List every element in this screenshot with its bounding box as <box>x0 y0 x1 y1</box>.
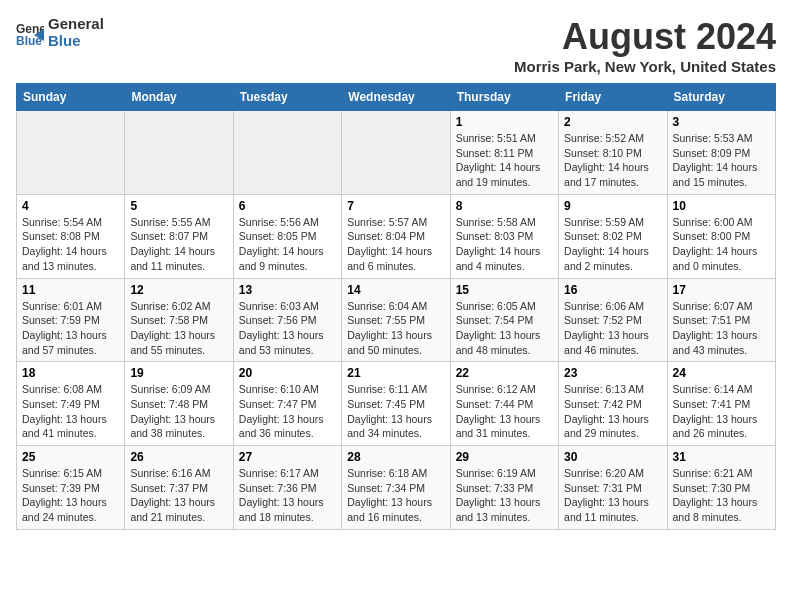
day-number: 3 <box>673 115 770 129</box>
day-number: 6 <box>239 199 336 213</box>
day-header-sunday: Sunday <box>17 84 125 111</box>
day-info: Sunrise: 5:54 AM Sunset: 8:08 PM Dayligh… <box>22 215 119 274</box>
day-number: 16 <box>564 283 661 297</box>
calendar-cell: 15Sunrise: 6:05 AM Sunset: 7:54 PM Dayli… <box>450 278 558 362</box>
calendar-cell: 7Sunrise: 5:57 AM Sunset: 8:04 PM Daylig… <box>342 194 450 278</box>
day-info: Sunrise: 6:03 AM Sunset: 7:56 PM Dayligh… <box>239 299 336 358</box>
day-number: 1 <box>456 115 553 129</box>
day-number: 25 <box>22 450 119 464</box>
day-number: 12 <box>130 283 227 297</box>
day-info: Sunrise: 6:16 AM Sunset: 7:37 PM Dayligh… <box>130 466 227 525</box>
logo: General Blue General Blue <box>16 16 104 49</box>
day-info: Sunrise: 5:52 AM Sunset: 8:10 PM Dayligh… <box>564 131 661 190</box>
calendar-cell: 20Sunrise: 6:10 AM Sunset: 7:47 PM Dayli… <box>233 362 341 446</box>
day-number: 19 <box>130 366 227 380</box>
day-info: Sunrise: 6:06 AM Sunset: 7:52 PM Dayligh… <box>564 299 661 358</box>
day-number: 29 <box>456 450 553 464</box>
calendar-cell: 19Sunrise: 6:09 AM Sunset: 7:48 PM Dayli… <box>125 362 233 446</box>
calendar-cell: 31Sunrise: 6:21 AM Sunset: 7:30 PM Dayli… <box>667 446 775 530</box>
calendar-cell: 26Sunrise: 6:16 AM Sunset: 7:37 PM Dayli… <box>125 446 233 530</box>
location: Morris Park, New York, United States <box>514 58 776 75</box>
day-number: 18 <box>22 366 119 380</box>
calendar-table: SundayMondayTuesdayWednesdayThursdayFrid… <box>16 83 776 530</box>
day-info: Sunrise: 6:14 AM Sunset: 7:41 PM Dayligh… <box>673 382 770 441</box>
week-row-5: 25Sunrise: 6:15 AM Sunset: 7:39 PM Dayli… <box>17 446 776 530</box>
day-number: 23 <box>564 366 661 380</box>
day-info: Sunrise: 5:53 AM Sunset: 8:09 PM Dayligh… <box>673 131 770 190</box>
day-number: 7 <box>347 199 444 213</box>
calendar-cell <box>233 111 341 195</box>
svg-text:Blue: Blue <box>16 34 42 47</box>
calendar-cell: 29Sunrise: 6:19 AM Sunset: 7:33 PM Dayli… <box>450 446 558 530</box>
day-info: Sunrise: 6:15 AM Sunset: 7:39 PM Dayligh… <box>22 466 119 525</box>
day-number: 27 <box>239 450 336 464</box>
week-row-1: 1Sunrise: 5:51 AM Sunset: 8:11 PM Daylig… <box>17 111 776 195</box>
calendar-cell: 18Sunrise: 6:08 AM Sunset: 7:49 PM Dayli… <box>17 362 125 446</box>
calendar-cell: 28Sunrise: 6:18 AM Sunset: 7:34 PM Dayli… <box>342 446 450 530</box>
day-info: Sunrise: 5:56 AM Sunset: 8:05 PM Dayligh… <box>239 215 336 274</box>
day-header-thursday: Thursday <box>450 84 558 111</box>
day-header-tuesday: Tuesday <box>233 84 341 111</box>
week-row-3: 11Sunrise: 6:01 AM Sunset: 7:59 PM Dayli… <box>17 278 776 362</box>
day-info: Sunrise: 6:04 AM Sunset: 7:55 PM Dayligh… <box>347 299 444 358</box>
calendar-cell: 30Sunrise: 6:20 AM Sunset: 7:31 PM Dayli… <box>559 446 667 530</box>
calendar-cell: 1Sunrise: 5:51 AM Sunset: 8:11 PM Daylig… <box>450 111 558 195</box>
calendar-cell: 5Sunrise: 5:55 AM Sunset: 8:07 PM Daylig… <box>125 194 233 278</box>
day-number: 28 <box>347 450 444 464</box>
day-number: 17 <box>673 283 770 297</box>
day-info: Sunrise: 6:08 AM Sunset: 7:49 PM Dayligh… <box>22 382 119 441</box>
calendar-cell: 13Sunrise: 6:03 AM Sunset: 7:56 PM Dayli… <box>233 278 341 362</box>
day-info: Sunrise: 6:02 AM Sunset: 7:58 PM Dayligh… <box>130 299 227 358</box>
calendar-cell: 21Sunrise: 6:11 AM Sunset: 7:45 PM Dayli… <box>342 362 450 446</box>
day-info: Sunrise: 5:51 AM Sunset: 8:11 PM Dayligh… <box>456 131 553 190</box>
day-info: Sunrise: 5:58 AM Sunset: 8:03 PM Dayligh… <box>456 215 553 274</box>
day-number: 22 <box>456 366 553 380</box>
day-number: 9 <box>564 199 661 213</box>
calendar-cell: 14Sunrise: 6:04 AM Sunset: 7:55 PM Dayli… <box>342 278 450 362</box>
day-number: 13 <box>239 283 336 297</box>
day-info: Sunrise: 5:55 AM Sunset: 8:07 PM Dayligh… <box>130 215 227 274</box>
calendar-cell <box>125 111 233 195</box>
day-header-wednesday: Wednesday <box>342 84 450 111</box>
day-number: 11 <box>22 283 119 297</box>
calendar-cell: 2Sunrise: 5:52 AM Sunset: 8:10 PM Daylig… <box>559 111 667 195</box>
day-info: Sunrise: 6:18 AM Sunset: 7:34 PM Dayligh… <box>347 466 444 525</box>
day-info: Sunrise: 6:20 AM Sunset: 7:31 PM Dayligh… <box>564 466 661 525</box>
day-info: Sunrise: 5:59 AM Sunset: 8:02 PM Dayligh… <box>564 215 661 274</box>
calendar-cell: 10Sunrise: 6:00 AM Sunset: 8:00 PM Dayli… <box>667 194 775 278</box>
day-info: Sunrise: 6:01 AM Sunset: 7:59 PM Dayligh… <box>22 299 119 358</box>
page-header: General Blue General Blue August 2024 Mo… <box>16 16 776 75</box>
day-header-monday: Monday <box>125 84 233 111</box>
day-info: Sunrise: 6:12 AM Sunset: 7:44 PM Dayligh… <box>456 382 553 441</box>
calendar-cell: 25Sunrise: 6:15 AM Sunset: 7:39 PM Dayli… <box>17 446 125 530</box>
title-block: August 2024 Morris Park, New York, Unite… <box>514 16 776 75</box>
day-number: 21 <box>347 366 444 380</box>
calendar-cell: 12Sunrise: 6:02 AM Sunset: 7:58 PM Dayli… <box>125 278 233 362</box>
day-number: 31 <box>673 450 770 464</box>
calendar-cell: 17Sunrise: 6:07 AM Sunset: 7:51 PM Dayli… <box>667 278 775 362</box>
calendar-cell: 22Sunrise: 6:12 AM Sunset: 7:44 PM Dayli… <box>450 362 558 446</box>
day-number: 30 <box>564 450 661 464</box>
day-header-friday: Friday <box>559 84 667 111</box>
day-number: 24 <box>673 366 770 380</box>
day-number: 2 <box>564 115 661 129</box>
calendar-cell: 11Sunrise: 6:01 AM Sunset: 7:59 PM Dayli… <box>17 278 125 362</box>
day-info: Sunrise: 6:19 AM Sunset: 7:33 PM Dayligh… <box>456 466 553 525</box>
calendar-cell <box>17 111 125 195</box>
week-row-4: 18Sunrise: 6:08 AM Sunset: 7:49 PM Dayli… <box>17 362 776 446</box>
days-header-row: SundayMondayTuesdayWednesdayThursdayFrid… <box>17 84 776 111</box>
day-info: Sunrise: 5:57 AM Sunset: 8:04 PM Dayligh… <box>347 215 444 274</box>
calendar-cell: 8Sunrise: 5:58 AM Sunset: 8:03 PM Daylig… <box>450 194 558 278</box>
day-info: Sunrise: 6:09 AM Sunset: 7:48 PM Dayligh… <box>130 382 227 441</box>
logo-icon: General Blue <box>16 19 44 47</box>
day-info: Sunrise: 6:11 AM Sunset: 7:45 PM Dayligh… <box>347 382 444 441</box>
calendar-cell: 9Sunrise: 5:59 AM Sunset: 8:02 PM Daylig… <box>559 194 667 278</box>
month-year: August 2024 <box>514 16 776 58</box>
day-number: 20 <box>239 366 336 380</box>
logo-line1: General <box>48 16 104 33</box>
calendar-cell: 27Sunrise: 6:17 AM Sunset: 7:36 PM Dayli… <box>233 446 341 530</box>
day-info: Sunrise: 6:13 AM Sunset: 7:42 PM Dayligh… <box>564 382 661 441</box>
week-row-2: 4Sunrise: 5:54 AM Sunset: 8:08 PM Daylig… <box>17 194 776 278</box>
calendar-cell: 3Sunrise: 5:53 AM Sunset: 8:09 PM Daylig… <box>667 111 775 195</box>
day-header-saturday: Saturday <box>667 84 775 111</box>
